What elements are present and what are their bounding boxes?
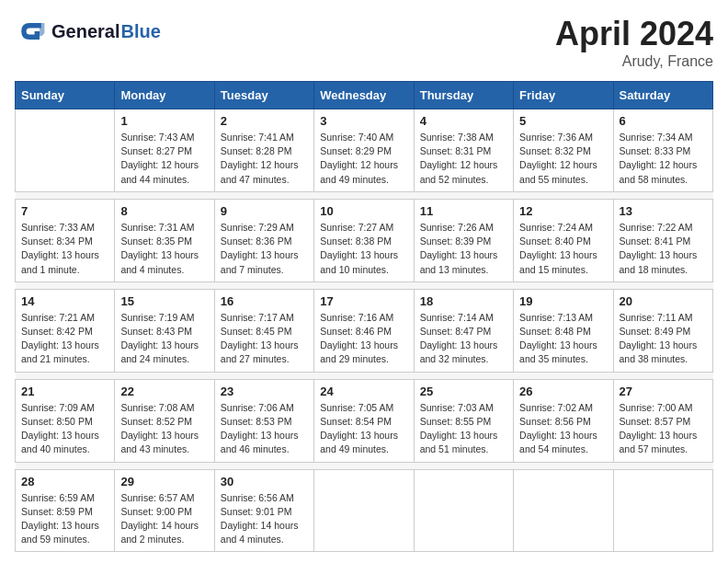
day-info: Sunrise: 7:06 AMSunset: 8:53 PMDaylight:… bbox=[221, 401, 308, 457]
calendar-cell: 7Sunrise: 7:33 AMSunset: 8:34 PMDaylight… bbox=[16, 199, 115, 282]
weekday-header-tuesday: Tuesday bbox=[214, 82, 313, 109]
day-info: Sunrise: 7:05 AMSunset: 8:54 PMDaylight:… bbox=[320, 401, 407, 457]
day-number: 20 bbox=[620, 294, 707, 308]
day-info: Sunrise: 7:17 AMSunset: 8:45 PMDaylight:… bbox=[221, 311, 308, 367]
weekday-header-thursday: Thursday bbox=[414, 82, 513, 109]
day-info: Sunrise: 7:29 AMSunset: 8:36 PMDaylight:… bbox=[221, 221, 308, 277]
calendar-cell: 14Sunrise: 7:21 AMSunset: 8:42 PMDayligh… bbox=[16, 289, 115, 372]
calendar-cell: 10Sunrise: 7:27 AMSunset: 8:38 PMDayligh… bbox=[314, 199, 414, 282]
day-number: 10 bbox=[320, 204, 407, 218]
calendar-cell bbox=[314, 469, 414, 552]
day-number: 30 bbox=[221, 475, 308, 488]
calendar-cell: 30Sunrise: 6:56 AMSunset: 9:01 PMDayligh… bbox=[214, 469, 313, 552]
month-title: April 2024 bbox=[555, 15, 713, 53]
day-info: Sunrise: 7:09 AMSunset: 8:50 PMDaylight:… bbox=[21, 401, 108, 457]
calendar-cell: 6Sunrise: 7:34 AMSunset: 8:33 PMDaylight… bbox=[613, 109, 712, 192]
day-info: Sunrise: 7:11 AMSunset: 8:49 PMDaylight:… bbox=[620, 311, 707, 367]
day-info: Sunrise: 7:26 AMSunset: 8:39 PMDaylight:… bbox=[420, 221, 507, 277]
calendar-cell: 8Sunrise: 7:31 AMSunset: 8:35 PMDaylight… bbox=[115, 199, 214, 282]
calendar-cell bbox=[414, 469, 513, 552]
day-number: 4 bbox=[420, 114, 507, 128]
day-number: 19 bbox=[519, 294, 607, 308]
logo-blue: Blue bbox=[120, 21, 160, 42]
day-info: Sunrise: 7:34 AMSunset: 8:33 PMDaylight:… bbox=[620, 131, 707, 187]
calendar-cell: 16Sunrise: 7:17 AMSunset: 8:45 PMDayligh… bbox=[214, 289, 313, 372]
day-info: Sunrise: 7:43 AMSunset: 8:27 PMDaylight:… bbox=[120, 131, 208, 187]
calendar-cell: 21Sunrise: 7:09 AMSunset: 8:50 PMDayligh… bbox=[16, 379, 115, 462]
calendar-cell: 3Sunrise: 7:40 AMSunset: 8:29 PMDaylight… bbox=[314, 109, 414, 192]
calendar-header-row: SundayMondayTuesdayWednesdayThursdayFrid… bbox=[16, 82, 713, 109]
day-info: Sunrise: 7:21 AMSunset: 8:42 PMDaylight:… bbox=[21, 311, 108, 367]
week-separator bbox=[16, 462, 713, 469]
day-number: 23 bbox=[221, 385, 308, 398]
day-info: Sunrise: 7:40 AMSunset: 8:29 PMDaylight:… bbox=[320, 131, 407, 187]
day-number: 6 bbox=[620, 114, 707, 128]
calendar-cell bbox=[514, 469, 613, 552]
logo: General Blue bbox=[15, 15, 161, 48]
calendar-cell: 1Sunrise: 7:43 AMSunset: 8:27 PMDaylight… bbox=[115, 109, 214, 192]
day-number: 7 bbox=[21, 204, 108, 218]
day-info: Sunrise: 7:19 AMSunset: 8:43 PMDaylight:… bbox=[120, 311, 208, 367]
day-number: 22 bbox=[120, 385, 208, 398]
calendar-week-row: 21Sunrise: 7:09 AMSunset: 8:50 PMDayligh… bbox=[16, 379, 713, 462]
day-number: 17 bbox=[320, 294, 407, 308]
weekday-header-sunday: Sunday bbox=[16, 82, 115, 109]
calendar-cell: 17Sunrise: 7:16 AMSunset: 8:46 PMDayligh… bbox=[314, 289, 414, 372]
day-info: Sunrise: 7:38 AMSunset: 8:31 PMDaylight:… bbox=[420, 131, 507, 187]
day-info: Sunrise: 7:03 AMSunset: 8:55 PMDaylight:… bbox=[420, 401, 507, 457]
weekday-header-friday: Friday bbox=[514, 82, 613, 109]
day-number: 13 bbox=[620, 204, 707, 218]
calendar-cell: 25Sunrise: 7:03 AMSunset: 8:55 PMDayligh… bbox=[414, 379, 513, 462]
calendar-cell: 4Sunrise: 7:38 AMSunset: 8:31 PMDaylight… bbox=[414, 109, 513, 192]
day-number: 2 bbox=[221, 114, 308, 128]
day-number: 3 bbox=[320, 114, 407, 128]
day-number: 25 bbox=[420, 385, 507, 398]
day-number: 11 bbox=[420, 204, 507, 218]
day-number: 28 bbox=[21, 475, 108, 488]
calendar-table: SundayMondayTuesdayWednesdayThursdayFrid… bbox=[15, 81, 713, 552]
day-number: 14 bbox=[21, 294, 108, 308]
logo-general: General bbox=[51, 21, 119, 42]
weekday-header-monday: Monday bbox=[115, 82, 214, 109]
day-info: Sunrise: 7:13 AMSunset: 8:48 PMDaylight:… bbox=[519, 311, 607, 367]
calendar-cell: 19Sunrise: 7:13 AMSunset: 8:48 PMDayligh… bbox=[514, 289, 613, 372]
day-info: Sunrise: 7:41 AMSunset: 8:28 PMDaylight:… bbox=[221, 131, 308, 187]
day-number: 27 bbox=[620, 385, 707, 398]
week-separator bbox=[16, 191, 713, 199]
calendar-cell: 24Sunrise: 7:05 AMSunset: 8:54 PMDayligh… bbox=[314, 379, 414, 462]
calendar-cell: 22Sunrise: 7:08 AMSunset: 8:52 PMDayligh… bbox=[115, 379, 214, 462]
calendar-cell bbox=[613, 469, 712, 552]
calendar-week-row: 28Sunrise: 6:59 AMSunset: 8:59 PMDayligh… bbox=[16, 469, 713, 552]
day-number: 26 bbox=[519, 385, 607, 398]
day-info: Sunrise: 7:02 AMSunset: 8:56 PMDaylight:… bbox=[519, 401, 607, 457]
day-number: 8 bbox=[120, 204, 208, 218]
day-info: Sunrise: 7:08 AMSunset: 8:52 PMDaylight:… bbox=[120, 401, 208, 457]
calendar-cell: 28Sunrise: 6:59 AMSunset: 8:59 PMDayligh… bbox=[16, 469, 115, 552]
day-number: 29 bbox=[120, 475, 208, 488]
calendar-cell: 5Sunrise: 7:36 AMSunset: 8:32 PMDaylight… bbox=[514, 109, 613, 192]
day-info: Sunrise: 7:22 AMSunset: 8:41 PMDaylight:… bbox=[620, 221, 707, 277]
day-number: 1 bbox=[120, 114, 208, 128]
day-info: Sunrise: 7:16 AMSunset: 8:46 PMDaylight:… bbox=[320, 311, 407, 367]
day-info: Sunrise: 7:31 AMSunset: 8:35 PMDaylight:… bbox=[120, 221, 208, 277]
weekday-header-wednesday: Wednesday bbox=[314, 82, 414, 109]
calendar-cell: 27Sunrise: 7:00 AMSunset: 8:57 PMDayligh… bbox=[613, 379, 712, 462]
day-number: 18 bbox=[420, 294, 507, 308]
calendar-cell: 13Sunrise: 7:22 AMSunset: 8:41 PMDayligh… bbox=[613, 199, 712, 282]
calendar-week-row: 7Sunrise: 7:33 AMSunset: 8:34 PMDaylight… bbox=[16, 199, 713, 282]
day-info: Sunrise: 7:33 AMSunset: 8:34 PMDaylight:… bbox=[21, 221, 108, 277]
week-separator bbox=[16, 282, 713, 289]
calendar-cell: 9Sunrise: 7:29 AMSunset: 8:36 PMDaylight… bbox=[214, 199, 313, 282]
day-number: 12 bbox=[519, 204, 607, 218]
day-number: 21 bbox=[21, 385, 108, 398]
calendar-cell bbox=[16, 109, 115, 192]
day-info: Sunrise: 6:57 AMSunset: 9:00 PMDaylight:… bbox=[120, 491, 208, 547]
calendar-cell: 11Sunrise: 7:26 AMSunset: 8:39 PMDayligh… bbox=[414, 199, 513, 282]
calendar-cell: 15Sunrise: 7:19 AMSunset: 8:43 PMDayligh… bbox=[115, 289, 214, 372]
day-number: 9 bbox=[221, 204, 308, 218]
day-info: Sunrise: 7:27 AMSunset: 8:38 PMDaylight:… bbox=[320, 221, 407, 277]
logo-icon bbox=[15, 15, 48, 48]
day-info: Sunrise: 7:36 AMSunset: 8:32 PMDaylight:… bbox=[519, 131, 607, 187]
day-info: Sunrise: 7:24 AMSunset: 8:40 PMDaylight:… bbox=[519, 221, 607, 277]
day-info: Sunrise: 6:59 AMSunset: 8:59 PMDaylight:… bbox=[21, 491, 108, 547]
